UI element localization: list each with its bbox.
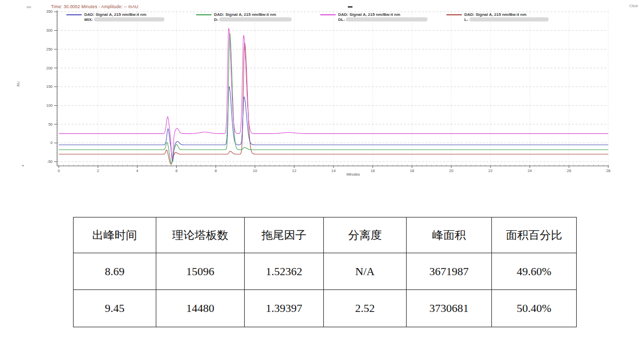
peak-results-table: 出峰时间 理论塔板数 拖尾因子 分离度 峰面积 面积百分比 8.69 15096… (73, 217, 577, 327)
svg-text:350: 350 (46, 9, 53, 14)
table-header-row: 出峰时间 理论塔板数 拖尾因子 分离度 峰面积 面积百分比 (74, 217, 577, 253)
legend-sample-id: MIX- (84, 17, 93, 22)
svg-text:26: 26 (567, 168, 571, 173)
svg-text:28: 28 (606, 168, 610, 173)
svg-text:-50: -50 (47, 159, 53, 164)
legend-line-swatch (196, 14, 211, 15)
legend-signal-label: DAD: Signal A, 215 nm/Bw:4 nm (214, 12, 276, 17)
legend-entry-dl: DAD: Signal A, 215 nm/Bw:4 nm DL- (320, 12, 428, 22)
cell-peak-area: 3671987 (407, 253, 492, 290)
svg-text:6: 6 (175, 168, 177, 173)
svg-text:0: 0 (51, 140, 53, 145)
redacted-sample-name (94, 17, 164, 21)
legend-line-swatch (446, 14, 462, 15)
svg-text:22: 22 (488, 168, 492, 173)
svg-text:20: 20 (449, 168, 453, 173)
cell-area-percent: 49.60% (492, 253, 577, 290)
cell-retention-time: 8.69 (74, 253, 156, 290)
header-tailing-factor: 拖尾因子 (245, 217, 324, 253)
svg-text:12: 12 (292, 168, 296, 173)
time-amplitude-readout: Time: 30.0002 Minutes - Amplitude: -- mA… (51, 4, 138, 9)
legend-entry-l: DAD: Signal A, 215 nm/Bw:4 nm L- (446, 12, 549, 22)
artifact-mark (27, 6, 31, 8)
table-row: 8.69 15096 1.52362 N/A 3671987 49.60% (74, 253, 577, 290)
svg-text:250: 250 (46, 47, 53, 52)
svg-text:50: 50 (49, 122, 53, 127)
cell-theoretical-plates: 15096 (156, 253, 245, 290)
svg-text:18: 18 (410, 168, 414, 173)
cell-area-percent: 50.40% (492, 290, 577, 327)
redacted-sample-name (469, 17, 549, 21)
svg-text:200: 200 (46, 66, 53, 70)
legend-sample-id: DL- (338, 17, 345, 22)
legend-line-swatch (320, 14, 336, 15)
cell-retention-time: 9.45 (74, 290, 156, 327)
svg-text:14: 14 (332, 168, 336, 173)
header-area-percent: 面积百分比 (492, 217, 577, 253)
legend-sample-id: D- (214, 17, 218, 22)
svg-text:4: 4 (136, 168, 138, 173)
legend-line-swatch (66, 14, 82, 15)
svg-text:300: 300 (46, 28, 53, 33)
legend-entry-mix: DAD: Signal A, 215 nm/Bw:4 nm MIX- (66, 12, 164, 22)
svg-text:10: 10 (253, 168, 257, 173)
click-link: Click (629, 4, 638, 8)
header-resolution: 分离度 (324, 217, 407, 253)
chromatogram-panel: -500501001502002503003500246810121416182… (0, 0, 639, 180)
svg-text:Minutes: Minutes (346, 172, 360, 177)
y-axis-label: AU (16, 81, 20, 86)
legend-entry-d: DAD: Signal A, 215 nm/Bw:4 nm D- (196, 12, 292, 22)
cell-peak-area: 3730681 (407, 290, 492, 327)
hplc-report-page: -500501001502002503003500246810121416182… (0, 0, 639, 364)
header-theoretical-plates: 理论塔板数 (156, 217, 245, 253)
cell-tailing-factor: 1.39397 (245, 290, 324, 327)
svg-text:24: 24 (528, 168, 532, 173)
cell-theoretical-plates: 14480 (156, 290, 245, 327)
legend-sample-id: L- (464, 17, 468, 22)
legend-signal-label: DAD: Signal A, 215 nm/Bw:4 nm (464, 12, 527, 17)
legend-signal-label: DAD: Signal A, 215 nm/Bw:4 nm (84, 12, 147, 17)
minimize-dash-icon (348, 6, 352, 8)
svg-text:16: 16 (371, 168, 375, 173)
svg-text:2: 2 (97, 168, 99, 173)
svg-text:0: 0 (58, 168, 60, 173)
cell-tailing-factor: 1.52362 (245, 253, 324, 290)
legend-signal-label: DAD: Signal A, 215 nm/Bw:4 nm (338, 12, 400, 17)
redacted-sample-name (346, 17, 428, 21)
redacted-sample-name (219, 17, 292, 21)
header-peak-area: 峰面积 (407, 217, 492, 253)
artifact-mark (22, 165, 24, 166)
cell-resolution: N/A (324, 253, 407, 290)
table-row: 9.45 14480 1.39397 2.52 3730681 50.40% (74, 290, 577, 327)
svg-text:150: 150 (46, 84, 53, 89)
chromatogram-plot: -500501001502002503003500246810121416182… (0, 0, 639, 182)
svg-text:100: 100 (46, 103, 53, 108)
svg-text:8: 8 (215, 168, 217, 173)
cell-resolution: 2.52 (324, 290, 407, 327)
header-retention-time: 出峰时间 (74, 217, 156, 253)
